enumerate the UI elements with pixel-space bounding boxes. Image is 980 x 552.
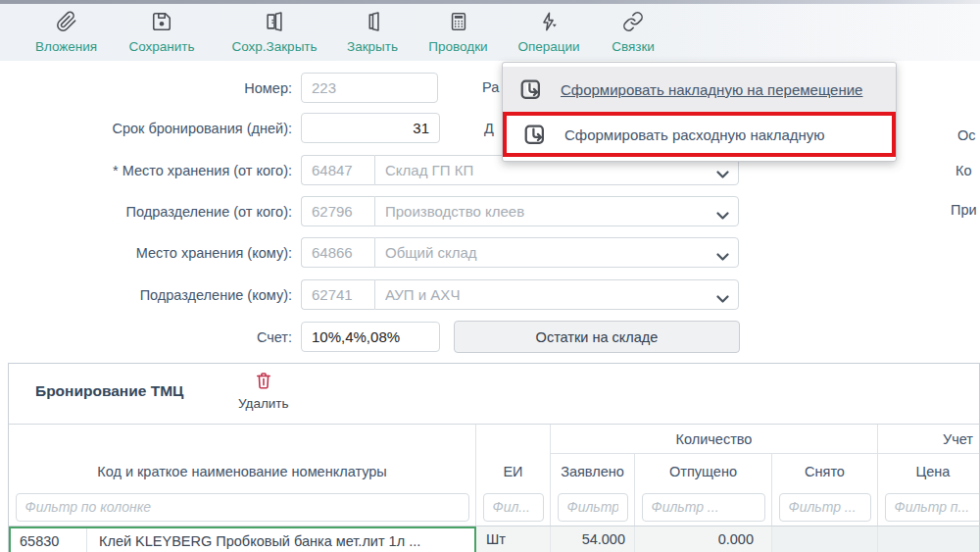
column-header-unit[interactable]: ЕИ: [476, 425, 551, 488]
annotation-highlight-box: Сформировать расходную накладную: [503, 112, 896, 157]
column-header-requested[interactable]: Заявлено: [551, 454, 635, 488]
door-exit-icon: [264, 11, 285, 36]
clipped-label-col2-row1: Ра: [482, 79, 499, 95]
row-code-cell[interactable]: 65830: [11, 528, 87, 552]
toolbar-item-label: Связки: [612, 39, 655, 54]
calculator-icon: [448, 11, 469, 36]
booking-days-input[interactable]: [301, 113, 440, 143]
chevron-down-icon[interactable]: [716, 207, 729, 216]
close-button[interactable]: Закрыть: [333, 6, 412, 59]
column-header-price[interactable]: Цена: [878, 454, 980, 488]
menu-item-label: Сформировать накладную на перемещение: [561, 81, 862, 98]
stock-remainder-button[interactable]: Остатки на складе: [454, 321, 740, 353]
chevron-down-icon[interactable]: [716, 290, 729, 299]
form-row-account: Счет: Остатки на складе: [0, 322, 740, 352]
filter-nomenclature-input[interactable]: [16, 493, 469, 522]
filter-removed-input[interactable]: [779, 493, 871, 522]
column-header-released[interactable]: Отпущено: [635, 454, 772, 488]
table-row[interactable]: 65830 Клей KLEYBERG Пробковый банка мет.…: [9, 526, 980, 552]
row-removed-cell[interactable]: [772, 527, 878, 552]
door-icon: [362, 11, 383, 36]
chain-link-icon: [622, 11, 644, 36]
booking-table-header: Код и краткое наименование номенклатуры …: [9, 424, 980, 526]
number-input[interactable]: [301, 73, 438, 103]
operations-dropdown-menu: Сформировать накладную на перемещение Сф…: [502, 62, 897, 162]
filter-unit-input[interactable]: [483, 493, 544, 522]
number-label: Номер:: [0, 80, 301, 96]
panel-title: Бронирование ТМЦ: [35, 382, 183, 400]
save-button[interactable]: Сохранить: [108, 6, 216, 59]
chevron-down-icon[interactable]: [716, 166, 729, 175]
app-window: Вложения Сохранить Сохр.Закрыть Закрыть …: [0, 0, 980, 552]
filter-cell: [9, 488, 476, 526]
floppy-disk-icon: [151, 11, 172, 36]
clipped-label-col3-row3: При: [951, 202, 977, 218]
clipped-label-col3-row2: Ко: [956, 163, 972, 178]
column-group-quantity: Количество: [551, 425, 878, 454]
toolbar-item-label: Проводки: [428, 39, 487, 54]
storage-to-code-input[interactable]: [301, 237, 374, 268]
menu-item-transfer-invoice[interactable]: Сформировать накладную на перемещение: [503, 67, 896, 112]
form-row-number: Номер:: [0, 73, 438, 103]
division-to-name-input[interactable]: [374, 279, 739, 310]
toolbar: Вложения Сохранить Сохр.Закрыть Закрыть …: [0, 4, 980, 61]
generate-document-icon: [521, 122, 547, 147]
account-input[interactable]: [301, 322, 440, 352]
chevron-down-icon[interactable]: [716, 248, 729, 257]
division-from-label: Подразделение (от кого):: [0, 204, 301, 220]
generate-document-icon: [517, 76, 543, 102]
storage-to-label: Место хранения (кому):: [0, 245, 301, 261]
booking-items-panel: Бронирование ТМЦ Удалить Код и краткое н…: [8, 363, 980, 552]
toolbar-item-label: Операции: [517, 39, 579, 54]
booking-days-label: Срок бронирования (дней):: [0, 121, 301, 136]
delete-button-label: Удалить: [238, 396, 289, 411]
row-unit-cell[interactable]: Шт: [476, 527, 551, 552]
division-from-name-input[interactable]: [374, 196, 739, 226]
division-from-code-input[interactable]: [301, 196, 374, 226]
row-requested-cell[interactable]: 54.000: [551, 527, 635, 552]
operations-menu-button[interactable]: Операции: [505, 6, 593, 59]
storage-to-name-input[interactable]: [374, 237, 739, 268]
toolbar-item-label: Вложения: [35, 39, 97, 54]
paperclip-icon: [56, 11, 77, 36]
filter-cell: [476, 488, 551, 526]
attachments-button[interactable]: Вложения: [24, 6, 108, 59]
form-row-division-from: Подразделение (от кого):: [0, 196, 739, 226]
links-button[interactable]: Связки: [593, 6, 673, 59]
division-to-label: Подразделение (кому):: [0, 287, 301, 303]
form-row-booking-days: Срок бронирования (дней):: [0, 113, 440, 143]
row-name-cell[interactable]: Клей KLEYBERG Пробковый банка мет.лит 1л…: [87, 528, 474, 552]
column-header-nomenclature[interactable]: Код и краткое наименование номенклатуры: [9, 425, 476, 488]
row-released-cell[interactable]: 0.000: [635, 527, 772, 552]
row-price-cell[interactable]: [878, 527, 980, 552]
storage-from-label: * Место хранения (от кого):: [0, 163, 301, 178]
selected-row-highlight: 65830 Клей KLEYBERG Пробковый банка мет.…: [9, 527, 476, 552]
form-row-division-to: Подразделение (кому):: [0, 279, 739, 310]
form-row-storage-to: Место хранения (кому):: [0, 237, 739, 268]
column-header-removed[interactable]: Снято: [772, 454, 878, 488]
menu-item-expense-invoice[interactable]: Сформировать расходную накладную: [507, 116, 892, 153]
filter-cell: [635, 488, 772, 526]
clipped-label-col2-row2: Д: [484, 121, 494, 136]
filter-cell: [772, 488, 878, 526]
filter-released-input[interactable]: [642, 493, 765, 522]
save-close-button[interactable]: Сохр.Закрыть: [216, 6, 333, 59]
clipped-label-col3-row1: Ос: [957, 127, 976, 143]
trash-icon: [254, 371, 273, 394]
filter-cell: [878, 488, 980, 526]
menu-item-label: Сформировать расходную накладную: [564, 126, 825, 143]
division-to-code-input[interactable]: [301, 279, 374, 310]
filter-cell: [551, 488, 635, 526]
account-label: Счет:: [0, 329, 301, 345]
toolbar-item-label: Сохр.Закрыть: [231, 39, 317, 54]
storage-from-code-input[interactable]: [301, 155, 374, 185]
filter-requested-input[interactable]: [558, 493, 628, 522]
toolbar-item-label: Закрыть: [347, 39, 398, 54]
filter-price-input[interactable]: [885, 493, 980, 522]
postings-button[interactable]: Проводки: [412, 6, 505, 59]
toolbar-item-label: Сохранить: [128, 39, 194, 54]
column-group-accounting: Учет: [878, 425, 980, 454]
delete-row-button[interactable]: Удалить: [238, 371, 289, 411]
lightning-caret-icon: [538, 11, 560, 36]
